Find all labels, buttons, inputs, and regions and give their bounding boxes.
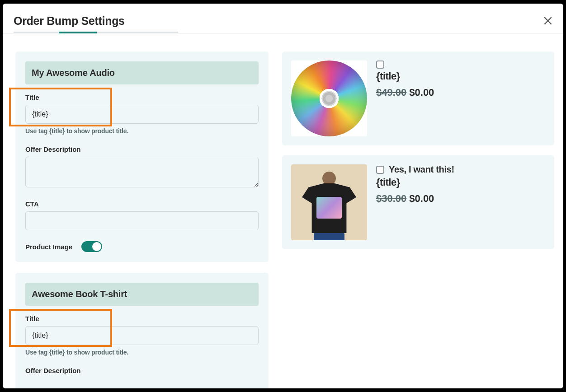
price-original: $49.00: [376, 87, 406, 98]
title-input[interactable]: [25, 326, 259, 345]
product-image-row: Product Image: [25, 241, 259, 252]
preview-body: {title} $49.00 $0.00: [376, 61, 545, 98]
offer-description-label: Offer Description: [25, 367, 259, 374]
title-hint: Use tag {title} to show product title.: [25, 349, 259, 356]
offer-description-field: Offer Description: [25, 145, 259, 189]
price-original: $30.00: [376, 193, 406, 205]
title-hint: Use tag {title} to show product title.: [25, 127, 259, 135]
tab-indicator-inactive: [14, 32, 59, 33]
tab-strip: [14, 32, 178, 33]
title-field: Title Use tag {title} to show product ti…: [25, 315, 259, 356]
title-field: Title Use tag {title} to show product ti…: [25, 93, 259, 135]
offer-description-field: Offer Description: [25, 367, 259, 374]
bump-preview-audio: {title} $49.00 $0.00: [282, 51, 554, 145]
tab-indicator-active: [59, 32, 97, 33]
accept-checkbox[interactable]: [376, 166, 384, 174]
title-label: Title: [25, 315, 259, 322]
offer-description-input[interactable]: [25, 157, 259, 187]
product-thumb: [291, 61, 367, 136]
product-image-label: Product Image: [25, 243, 72, 251]
offer-description-label: Offer Description: [25, 145, 259, 153]
cta-label: CTA: [25, 200, 259, 208]
tshirt-icon: [291, 164, 367, 240]
price-row: $49.00 $0.00: [376, 87, 545, 98]
price-now: $0.00: [409, 193, 434, 205]
preview-body: Yes, I want this! {title} $30.00 $0.00: [376, 164, 545, 205]
close-button[interactable]: [541, 14, 555, 28]
bump-preview-tshirt: Yes, I want this! {title} $30.00 $0.00: [282, 155, 554, 249]
product-thumb: [291, 164, 367, 240]
card-heading: Awesome Book T-shirt: [25, 283, 259, 306]
cta-text: Yes, I want this!: [389, 164, 454, 175]
close-icon: [542, 15, 553, 26]
modal-title: Order Bump Settings: [14, 14, 552, 28]
card-heading: My Awesome Audio: [25, 61, 259, 84]
tab-indicator-inactive: [97, 32, 178, 33]
product-image-toggle[interactable]: [81, 241, 102, 252]
modal-header: Order Bump Settings: [3, 4, 563, 33]
bump-card-audio: My Awesome Audio Title Use tag {title} t…: [15, 51, 269, 262]
price-row: $30.00 $0.00: [376, 193, 545, 205]
preview-column: {title} $49.00 $0.00: [282, 51, 554, 370]
order-bump-settings-modal: Order Bump Settings My Awesome Audio Tit…: [3, 4, 563, 388]
cd-icon: [291, 61, 367, 136]
price-now: $0.00: [409, 87, 434, 98]
toggle-knob: [92, 242, 101, 251]
title-input[interactable]: [25, 105, 259, 124]
preview-title: {title}: [376, 177, 545, 188]
settings-column: My Awesome Audio Title Use tag {title} t…: [15, 51, 269, 370]
modal-body[interactable]: My Awesome Audio Title Use tag {title} t…: [3, 33, 563, 388]
preview-title: {title}: [376, 70, 545, 82]
cta-field: CTA: [25, 200, 259, 230]
cta-input[interactable]: [25, 211, 259, 230]
title-label: Title: [25, 93, 259, 101]
bump-card-tshirt: Awesome Book T-shirt Title Use tag {titl…: [15, 273, 269, 388]
cta-row: Yes, I want this!: [376, 164, 545, 175]
cta-row: [376, 61, 545, 69]
accept-checkbox[interactable]: [376, 61, 384, 69]
